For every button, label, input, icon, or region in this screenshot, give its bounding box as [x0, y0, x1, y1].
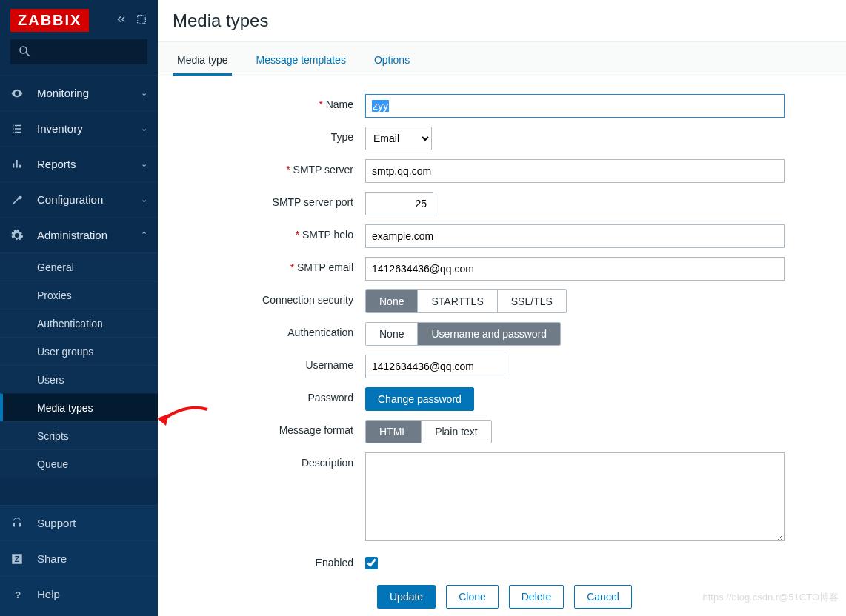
auth-userpass[interactable]: Username and password	[417, 323, 560, 345]
smtp-server-input[interactable]	[365, 159, 785, 183]
question-icon: ?	[10, 588, 27, 601]
update-button[interactable]: Update	[377, 585, 436, 609]
sub-media-types[interactable]: Media types	[0, 393, 158, 421]
smtp-helo-input[interactable]	[365, 224, 785, 248]
clone-button[interactable]: Clone	[446, 585, 499, 609]
nav-support[interactable]: Support	[0, 505, 158, 540]
auth-none[interactable]: None	[366, 323, 417, 345]
name-input[interactable]: zyy	[365, 94, 785, 118]
nav-label: Inventory	[37, 122, 83, 135]
password-label: Password	[173, 387, 365, 404]
tab-label: Media type	[177, 54, 227, 66]
tab-options[interactable]: Options	[370, 47, 414, 76]
sub-general[interactable]: General	[0, 252, 158, 281]
sub-label: Users	[37, 374, 64, 386]
name-label: Name	[173, 94, 365, 110]
gear-icon	[10, 229, 27, 242]
search-icon	[18, 44, 31, 60]
msgformat-group: HTML Plain text	[365, 420, 492, 443]
tab-media-type[interactable]: Media type	[173, 47, 232, 76]
smtp-email-label: SMTP email	[173, 257, 365, 273]
tabs: Media type Message templates Options	[158, 42, 846, 76]
logo: ZABBIX	[10, 9, 89, 32]
main: Media types Media type Message templates…	[158, 0, 846, 616]
description-textarea[interactable]	[365, 452, 785, 541]
username-input[interactable]	[365, 355, 504, 378]
chevron-down-icon: ⌄	[141, 159, 147, 169]
sub-label: General	[37, 261, 74, 273]
nav-monitoring[interactable]: Monitoring ⌄	[0, 75, 158, 110]
svg-point-0	[20, 47, 27, 53]
sub-proxies[interactable]: Proxies	[0, 281, 158, 309]
nav-administration[interactable]: Administration ⌃	[0, 217, 158, 252]
chevron-down-icon: ⌄	[141, 124, 147, 133]
sub-label: Queue	[37, 458, 68, 470]
auth-group: None Username and password	[365, 322, 561, 346]
enabled-checkbox[interactable]	[365, 557, 378, 569]
cancel-button[interactable]: Cancel	[574, 585, 632, 609]
msgformat-label: Message format	[173, 420, 365, 436]
name-value: zyy	[372, 100, 389, 112]
nav-label: Reports	[37, 158, 76, 170]
nav-label: Monitoring	[37, 87, 89, 99]
description-label: Description	[173, 452, 365, 469]
admin-submenu: General Proxies Authentication User grou…	[0, 252, 158, 478]
nav-share[interactable]: Z Share	[0, 540, 158, 576]
sub-label: Authentication	[37, 318, 103, 329]
nav-help[interactable]: ? Help	[0, 576, 158, 612]
list-icon	[10, 122, 27, 135]
connsec-group: None STARTTLS SSL/TLS	[365, 289, 567, 313]
svg-text:Z: Z	[15, 554, 20, 563]
delete-button[interactable]: Delete	[509, 585, 564, 609]
sub-label: User groups	[37, 346, 93, 358]
nav-label: Help	[37, 588, 60, 600]
nav-configuration[interactable]: Configuration ⌄	[0, 181, 158, 217]
type-select[interactable]: Email	[365, 127, 432, 150]
msgformat-plain[interactable]: Plain text	[421, 421, 491, 443]
sub-label: Scripts	[37, 430, 69, 442]
sub-users[interactable]: Users	[0, 365, 158, 393]
msgformat-html[interactable]: HTML	[366, 421, 421, 443]
sub-authentication[interactable]: Authentication	[0, 309, 158, 337]
chevron-down-icon: ⌄	[141, 195, 147, 204]
smtp-server-label: SMTP server	[173, 159, 365, 175]
nav-label: Configuration	[37, 193, 103, 206]
smtp-port-input[interactable]	[365, 192, 433, 215]
username-label: Username	[173, 355, 365, 371]
eye-icon	[10, 87, 27, 100]
headset-icon	[10, 517, 27, 530]
tab-label: Options	[374, 54, 410, 66]
collapse-icon[interactable]	[115, 13, 127, 27]
wrench-icon	[10, 193, 27, 207]
fullscreen-icon[interactable]	[136, 13, 147, 27]
connsec-ssltls[interactable]: SSL/TLS	[497, 290, 566, 312]
enabled-label: Enabled	[173, 552, 365, 569]
smtp-email-input[interactable]	[365, 257, 785, 281]
smtp-port-label: SMTP server port	[173, 192, 365, 208]
svg-line-1	[26, 53, 30, 56]
sub-queue[interactable]: Queue	[0, 449, 158, 478]
sidebar-header: ZABBIX	[0, 0, 158, 39]
nav-reports[interactable]: Reports ⌄	[0, 146, 158, 181]
sub-label: Media types	[37, 402, 93, 414]
nav: Monitoring ⌄ Inventory ⌄ Reports ⌄ Confi…	[0, 75, 158, 478]
nav-inventory[interactable]: Inventory ⌄	[0, 110, 158, 146]
auth-label: Authentication	[173, 322, 365, 338]
form: Name zyy Type Email SMTP server SMTP ser…	[158, 76, 846, 616]
sub-user-groups[interactable]: User groups	[0, 337, 158, 365]
chart-icon	[10, 158, 27, 171]
sub-scripts[interactable]: Scripts	[0, 421, 158, 449]
chevron-down-icon: ⌄	[141, 88, 147, 98]
nav-label: Share	[37, 552, 67, 565]
connsec-starttls[interactable]: STARTTLS	[417, 290, 496, 312]
connsec-label: Connection security	[173, 289, 365, 306]
z-icon: Z	[10, 552, 27, 566]
sub-label: Proxies	[37, 289, 72, 301]
action-row: Update Clone Delete Cancel	[377, 585, 831, 609]
search-input[interactable]	[10, 39, 147, 64]
svg-text:?: ?	[15, 589, 21, 600]
tab-message-templates[interactable]: Message templates	[251, 47, 350, 76]
nav-label: Support	[37, 517, 76, 529]
change-password-button[interactable]: Change password	[365, 387, 474, 411]
connsec-none[interactable]: None	[366, 290, 417, 312]
